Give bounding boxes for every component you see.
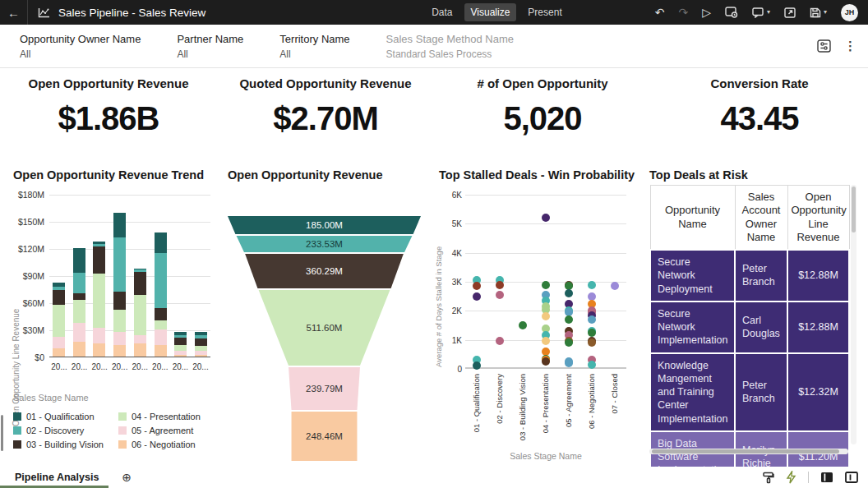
legend-item[interactable]: 03 - Building Vision [13,437,118,451]
bar-segment[interactable] [73,273,85,293]
bar-segment[interactable] [174,338,187,345]
table-row[interactable]: Knowledge Mangement and Training Center … [650,353,849,431]
bar-segment[interactable] [113,332,126,344]
back-button[interactable]: ← [0,0,28,25]
undo-button[interactable]: ↶ [655,7,665,18]
scatter-point[interactable] [496,337,504,345]
tab-visualize[interactable]: Visualize [464,3,517,21]
scatter-point[interactable] [588,329,596,337]
funnel-segment[interactable]: 233.53M [228,236,421,252]
kpi-open-opportunity-revenue[interactable]: Open Opportunity Revenue $1.86B [0,68,217,162]
bar-stack[interactable] [93,195,105,357]
more-options-button[interactable]: ⋮ [844,39,856,53]
scatter-point[interactable] [542,312,550,320]
filter-panel-icon[interactable] [817,39,831,53]
bar-stack[interactable] [53,195,65,357]
bar-segment[interactable] [174,355,187,357]
scatter-point[interactable] [496,281,504,289]
funnel-segment[interactable]: 239.79M [228,367,421,410]
bar-segment[interactable] [174,345,187,352]
bar-segment[interactable] [134,343,146,357]
scatter-point[interactable] [565,338,573,347]
funnel-segment[interactable]: 360.29M [228,254,421,288]
kpi-quoted-opportunity-revenue[interactable]: Quoted Opportunity Revenue $2.70M [217,68,434,162]
bar-segment[interactable] [134,335,146,343]
scatter-point[interactable] [565,289,573,297]
legend-item[interactable]: 04 - Presentation [118,409,201,423]
bar-segment[interactable] [73,300,85,324]
scatter-point[interactable] [542,281,550,289]
bar-segment[interactable] [155,320,167,329]
lightning-bolt-icon[interactable] [786,471,796,484]
format-paint-icon[interactable] [762,472,774,484]
redo-button[interactable]: ↷ [678,7,688,18]
run-button[interactable]: ▷ [702,7,711,18]
save-button[interactable]: ▾ [810,7,827,18]
legend-item[interactable]: 06 - Negotiation [118,437,201,451]
scatter-point[interactable] [588,281,596,289]
bar-segment[interactable] [53,290,65,306]
scatter-point[interactable] [473,282,481,290]
legend-item[interactable]: 02 - Discovery [13,423,118,437]
bar-stack[interactable] [113,195,126,357]
bar-segment[interactable] [73,293,85,300]
revenue-cell[interactable]: $12.88M [787,250,849,302]
bar-segment[interactable] [155,329,167,345]
bar-segment[interactable] [113,292,126,310]
bar-segment[interactable] [53,337,65,348]
bar-segment[interactable] [53,348,65,357]
scatter-point[interactable] [611,282,619,290]
legend-item[interactable]: 05 - Agreement [118,423,201,437]
table-column-header[interactable]: Open Opportunity Line Revenue [787,186,849,251]
legend-item[interactable]: 01 - Qualification [13,409,118,423]
bar-segment[interactable] [113,213,126,237]
scatter-point[interactable] [588,361,596,369]
page-tab-pipeline-analysis[interactable]: Pipeline Analysis [0,467,113,488]
scatter-point[interactable] [542,214,550,222]
owner-name-cell[interactable]: Carl Douglas [735,302,787,353]
revenue-cell[interactable]: $12.32M [787,353,849,431]
bar-segment[interactable] [53,305,65,337]
table-column-header[interactable]: Sales Account Owner Name [735,186,787,251]
scatter-point[interactable] [496,291,504,299]
funnel-segment[interactable]: 248.46M [228,412,421,461]
scatter-point[interactable] [588,315,596,324]
open-in-window-button[interactable] [784,7,796,18]
owner-name-cell[interactable]: Peter Branch [735,353,787,431]
bar-segment[interactable] [195,355,207,357]
split-panel-layout-icon[interactable] [845,472,858,483]
scatter-point[interactable] [565,315,573,324]
opportunity-name-cell[interactable]: Secure Network Deployment [650,250,735,302]
revenue-cell[interactable]: $12.88M [787,302,849,353]
filter-sales-stage-method[interactable]: Sales Stage Method Name Standard Sales P… [386,33,514,60]
kpi-open-opportunity-count[interactable]: # of Open Opportunity 5,020 [434,68,651,162]
bar-segment[interactable] [113,237,126,292]
bar-segment[interactable] [113,310,126,333]
tab-present[interactable]: Present [521,3,568,21]
filter-opportunity-owner[interactable]: Opportunity Owner Name All [20,33,141,60]
left-panel-layout-icon[interactable] [820,472,833,483]
scatter-point[interactable] [588,338,596,347]
scatter-point[interactable] [542,337,550,345]
bar-segment[interactable] [93,328,105,343]
user-avatar[interactable]: JH [841,4,858,21]
bar-segment[interactable] [73,323,85,342]
bar-segment[interactable] [73,248,85,273]
vertical-scrollbar-thumb[interactable] [852,186,856,232]
filter-territory-name[interactable]: Territory Name All [279,33,349,60]
bar-stack[interactable] [155,195,167,357]
dataset-history-button[interactable] [725,7,738,18]
table-horizontal-scrollbar[interactable] [649,449,848,454]
bar-segment[interactable] [134,272,146,296]
opportunity-name-cell[interactable]: Secure Network Implementation [650,302,735,353]
scatter-point[interactable] [565,359,573,367]
table-column-header[interactable]: Opportunity Name [650,186,735,251]
scatter-point[interactable] [519,321,527,329]
bar-stack[interactable] [73,195,85,357]
table-row[interactable]: Secure Network DeploymentPeter Branch$12… [650,250,849,302]
bar-segment[interactable] [113,345,126,357]
scatter-point[interactable] [473,292,481,301]
comments-button[interactable]: ▾ [752,7,770,18]
owner-name-cell[interactable]: Peter Branch [735,250,787,302]
table-row[interactable]: Secure Network ImplementationCarl Dougla… [650,302,849,353]
